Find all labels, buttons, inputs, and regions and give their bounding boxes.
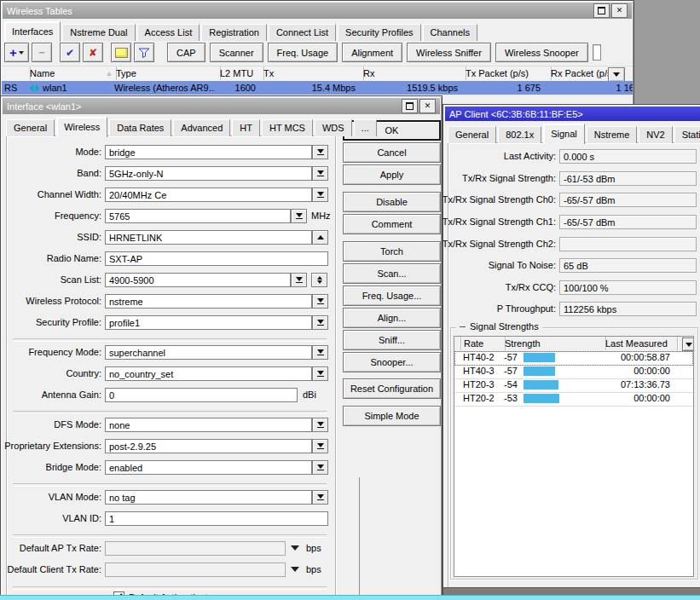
tab-nstreme[interactable]: Nstreme [587,126,638,143]
scan-list-spinner-button[interactable] [311,273,327,287]
frequency-mode-dropdown-button[interactable] [312,345,328,360]
column-strength[interactable]: Strength [501,337,606,350]
mode-input[interactable]: bridge [105,145,312,159]
tab-general[interactable]: General [6,119,55,136]
remove-button[interactable]: − [32,43,52,62]
country-input[interactable]: no_country_set [105,366,312,381]
column-last-measured[interactable]: Last Measured [602,337,678,350]
reset-configuration-button[interactable]: Reset Configuration [343,378,441,399]
scanner-button[interactable]: Scanner [210,43,263,62]
ssid-collapse-button[interactable] [312,230,328,245]
torch-button[interactable]: Torch [343,241,441,262]
proprietary-extensions-input[interactable]: post-2.9.25 [105,439,312,453]
tab-channels[interactable]: Channels [423,24,477,41]
comment-button[interactable]: Comment [343,214,441,234]
disable-button[interactable]: ✘ [83,43,103,62]
tab-8021x[interactable]: 802.1x [498,126,541,143]
mode-dropdown-button[interactable] [312,145,328,159]
column-name[interactable]: Name [26,66,117,80]
snooper-button[interactable]: Snooper... [343,352,441,372]
tab-ht[interactable]: HT [232,119,260,136]
table-row-wlan1[interactable]: RS wlan1 Wireless (Atheros AR9... 1600 1… [2,81,633,95]
signal-row[interactable]: HT40-2 -57 00:00:58.87 [454,351,693,366]
column-tx-packet[interactable]: Tx Packet (p/s) [462,66,552,80]
tab-registration[interactable]: Registration [201,24,267,41]
signal-row[interactable]: HT20-2 -53 00:00:00 [454,392,693,407]
column-menu-button[interactable] [608,67,625,82]
maximize-button[interactable] [402,99,418,113]
antenna-gain-input[interactable]: 0 [105,388,298,402]
wireless-sniffer-button[interactable]: Wireless Sniffer [407,43,491,62]
filter-button[interactable] [134,43,154,62]
radio-name-input[interactable]: SXT-AP [105,251,328,266]
signal-row[interactable]: HT20-3 -54 07:13:36.73 [454,378,693,393]
security-profile-dropdown-button[interactable] [312,315,328,330]
column-type[interactable]: Type [113,66,221,80]
tab-wireless[interactable]: Wireless [56,117,107,137]
wireless-protocol-input[interactable]: nstreme [105,294,312,309]
proprietary-extensions-dropdown-button[interactable] [312,439,328,453]
disable-button[interactable]: Disable [343,192,441,212]
tab-ht-mcs[interactable]: HT MCS [262,119,313,136]
column-l2mtu[interactable]: L2 MTU [217,66,264,80]
comment-button[interactable] [111,43,131,62]
band-input[interactable]: 5GHz-only-N [105,166,312,181]
dfs-mode-input[interactable]: none [105,418,312,432]
align-button[interactable]: Align... [343,308,441,328]
apply-button[interactable]: Apply [343,164,441,185]
maximize-button[interactable] [593,3,610,18]
column-rx-packet[interactable]: Rx Packet (p/s) [547,66,610,80]
column-rx[interactable]: Rx [360,66,466,80]
column-menu-button[interactable] [682,338,694,351]
vlan-mode-input[interactable]: no tag [105,490,312,505]
tab-security-profiles[interactable]: Security Profiles [338,24,420,41]
frequency-dropdown-button[interactable] [291,209,307,223]
tab-access-list[interactable]: Access List [137,24,200,41]
tab-nstreme-dual[interactable]: Nstreme Dual [62,24,135,41]
bridge-mode-input[interactable]: enabled [105,460,312,475]
tab-overflow[interactable]: ... [354,119,377,136]
wireless-snooper-button[interactable]: Wireless Snooper [495,43,588,62]
vlan-mode-dropdown-button[interactable] [312,490,328,505]
cap-button[interactable]: CAP [167,43,205,62]
tab-statistics[interactable]: Statistics [674,126,700,143]
ap-client-titlebar[interactable]: AP Client <6C:3B:6B:11:BF:E5> [445,107,700,121]
tab-signal[interactable]: Signal [543,124,585,144]
freq-usage-button[interactable]: Freq. Usage... [343,286,441,306]
channel-width-dropdown-button[interactable] [312,188,328,202]
chevron-down-icon[interactable] [291,545,299,551]
wireless-tables-titlebar[interactable]: Wireless Tables ✕ [3,3,632,19]
column-rate[interactable]: Rate [460,337,506,350]
close-button[interactable]: ✕ [611,3,628,18]
ssid-input[interactable]: HRNETLINK [105,230,312,245]
simple-mode-button[interactable]: Simple Mode [343,406,441,426]
bridge-mode-dropdown-button[interactable] [312,460,328,475]
country-dropdown-button[interactable] [312,366,328,381]
sniff-button[interactable]: Sniff... [343,330,441,350]
tab-general[interactable]: General [448,126,496,143]
tab-wds[interactable]: WDS [315,119,352,136]
scan-button[interactable]: Scan... [343,263,441,284]
chevron-down-icon[interactable] [291,567,299,572]
scan-list-input[interactable]: 4900-5900 [105,273,291,287]
tab-data-rates[interactable]: Data Rates [109,119,171,136]
band-dropdown-button[interactable] [312,166,328,181]
freq-usage-button[interactable]: Freq. Usage [268,43,338,62]
enable-button[interactable]: ✔ [60,43,80,62]
tab-interfaces[interactable]: Interfaces [4,21,61,42]
tab-advanced[interactable]: Advanced [173,119,230,136]
collapse-icon[interactable] [460,326,466,327]
security-profile-input[interactable]: profile1 [105,315,312,330]
add-button[interactable]: + [4,43,29,62]
tab-nv2[interactable]: NV2 [639,126,672,143]
channel-width-input[interactable]: 20/40MHz Ce [105,188,312,202]
frequency-input[interactable]: 5765 [105,209,291,223]
close-button[interactable]: ✕ [419,99,436,113]
frequency-mode-input[interactable]: superchannel [105,345,312,360]
vlan-id-input[interactable]: 1 [105,511,328,526]
cancel-button[interactable]: Cancel [343,142,441,163]
interface-dialog-titlebar[interactable]: Interface <wlan1> ✕ [3,98,440,114]
wireless-protocol-dropdown-button[interactable] [312,294,328,309]
column-tx[interactable]: Tx [260,66,364,80]
tab-connect-list[interactable]: Connect List [269,24,336,41]
